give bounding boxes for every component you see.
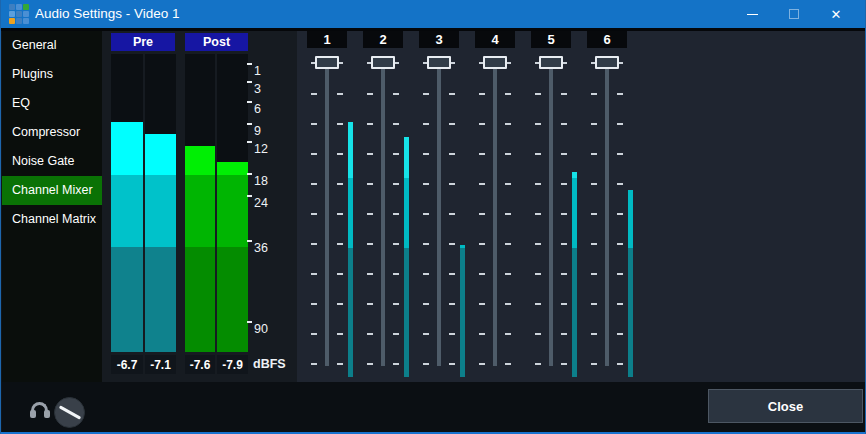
channel-1-slider-handle[interactable] xyxy=(315,56,339,69)
sidebar-item-compressor[interactable]: Compressor xyxy=(2,118,102,147)
maximize-icon xyxy=(789,9,799,19)
channel-4-slider-handle[interactable] xyxy=(483,56,507,69)
audio-settings-window: Audio Settings - Video 1 ✕ GeneralPlugin… xyxy=(0,0,866,434)
channel-2-slider-handle[interactable] xyxy=(371,56,395,69)
sidebar-item-channel-mixer[interactable]: Channel Mixer xyxy=(2,176,102,205)
logo-square xyxy=(9,11,15,17)
close-window-button[interactable]: ✕ xyxy=(815,0,857,28)
logo-square xyxy=(23,4,29,10)
footer-bar: Close xyxy=(2,382,866,432)
title-bar: Audio Settings - Video 1 ✕ xyxy=(1,0,866,28)
close-icon: ✕ xyxy=(831,8,842,21)
sidebar-item-noise-gate[interactable]: Noise Gate xyxy=(2,147,102,176)
headphone-cup-left xyxy=(30,410,36,418)
logo-square xyxy=(16,11,22,17)
logo-square xyxy=(9,18,15,24)
knob-pointer xyxy=(59,405,81,419)
sidebar-item-plugins[interactable]: Plugins xyxy=(2,60,102,89)
channel-mixer-panel xyxy=(297,31,866,382)
headphone-cup-right xyxy=(44,410,50,418)
sidebar-item-channel-matrix[interactable]: Channel Matrix xyxy=(2,205,102,234)
channel-6-slider-handle[interactable] xyxy=(595,56,619,69)
meter-panel xyxy=(102,31,297,382)
channel-5-slider-handle[interactable] xyxy=(539,56,563,69)
logo-square xyxy=(16,4,22,10)
logo-square xyxy=(23,11,29,17)
minimize-button[interactable] xyxy=(731,0,773,28)
sidebar-item-eq[interactable]: EQ xyxy=(2,89,102,118)
logo-square xyxy=(9,4,15,10)
sidebar-item-general[interactable]: General xyxy=(2,31,102,60)
maximize-button[interactable] xyxy=(773,0,815,28)
app-logo-icon xyxy=(9,4,29,24)
logo-square xyxy=(16,18,22,24)
minimize-icon xyxy=(747,14,758,15)
window-title: Audio Settings - Video 1 xyxy=(35,0,180,28)
logo-square xyxy=(23,18,29,24)
close-button[interactable]: Close xyxy=(708,389,863,423)
headphones-icon xyxy=(29,401,51,419)
sidebar: GeneralPluginsEQCompressorNoise GateChan… xyxy=(2,31,102,382)
channel-3-slider-handle[interactable] xyxy=(427,56,451,69)
headphone-volume-knob[interactable] xyxy=(54,397,85,428)
